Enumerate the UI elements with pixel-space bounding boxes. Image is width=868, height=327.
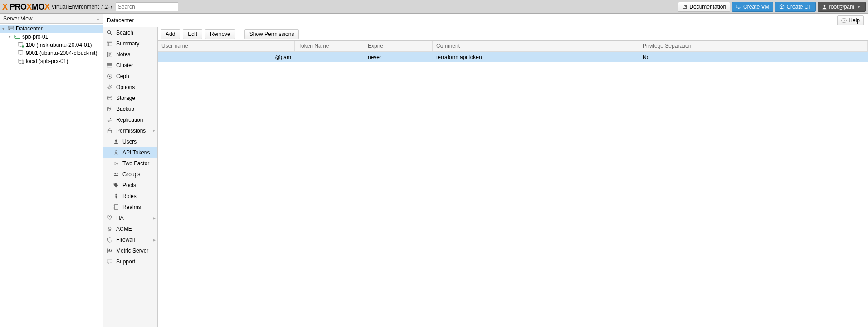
sidebar-item-roles[interactable]: Roles [103,191,157,202]
svg-point-34 [116,194,117,195]
summary-icon [107,41,113,46]
sidebar-item-ha[interactable]: HA▶ [103,213,157,223]
user-menu-button[interactable]: root@pam ▾ [818,2,866,12]
sidebar-item-firewall[interactable]: Firewall▶ [103,234,157,245]
svg-point-31 [114,173,116,174]
tree-item-label: 9001 (ubuntu-2004-cloud-init) [26,50,97,56]
documentation-button[interactable]: Documentation [678,2,730,12]
sidebar-item-summary[interactable]: Summary [103,38,157,49]
sidebar-item-label: Replication [116,117,143,123]
column-header-priv[interactable]: Privilege Separation [639,41,868,51]
sidebar-item-metric-server[interactable]: Metric Server [103,245,157,256]
expander-icon[interactable]: ▾ [2,26,8,31]
content-body: Search Summary Notes Cluster Ceph Option… [103,27,868,327]
tree-item-label: local (spb-prx-01) [26,58,68,64]
sidebar-item-users[interactable]: Users [103,136,157,147]
chevron-down-icon: ▼ [152,129,156,133]
sidebar-item-label: Storage [116,95,135,101]
sidebar-item-support[interactable]: Support [103,256,157,267]
sidebar-item-label: Notes [116,51,130,58]
create-ct-label: Create CT [786,4,811,10]
server-icon [8,25,15,32]
tags-icon [113,183,120,188]
remove-button[interactable]: Remove [205,29,235,39]
svg-point-9 [22,45,24,47]
sidebar-item-pools[interactable]: Pools [103,180,157,191]
show-permissions-button[interactable]: Show Permissions [244,29,299,39]
sidebar-item-label: Two Factor [122,160,149,167]
tree-item-node[interactable]: ▾ spb-prx-01 [0,33,103,41]
svg-point-29 [115,151,117,153]
column-header-user[interactable]: User name [158,41,295,51]
sidebar-item-acme[interactable]: ACME [103,223,157,234]
table-row[interactable]: @pam never terraform api token No [158,52,868,62]
sidebar-item-storage[interactable]: Storage [103,93,157,104]
add-button[interactable]: Add [161,29,180,39]
tree-item-vm-100[interactable]: 100 (msk-ubuntu-20.04-01) [0,41,103,49]
shield-icon [107,237,113,243]
storage-icon [18,58,25,64]
svg-rect-27 [108,130,112,133]
column-header-token[interactable]: Token Name [295,41,364,51]
svg-point-33 [114,183,115,184]
sidebar-item-permissions[interactable]: Permissions▼ [103,125,157,136]
tree-view-selector[interactable]: Server View ⌄ [0,14,103,24]
tree-item-datacenter[interactable]: ▾ Datacenter [0,25,103,33]
sidebar-item-label: Summary [116,40,139,47]
sidebar-item-search[interactable]: Search [103,27,157,38]
sidebar-item-replication[interactable]: Replication [103,114,157,125]
tree-item-vm-9001[interactable]: 9001 (ubuntu-2004-cloud-init) [0,49,103,57]
users-icon [113,172,120,177]
resource-tree-panel: Server View ⌄ ▾ Datacenter ▾ spb-prx-01 [0,14,103,327]
edit-button[interactable]: Edit [183,29,202,39]
heartbeat-icon [107,215,113,221]
sidebar-item-groups[interactable]: Groups [103,169,157,180]
sidebar-item-realms[interactable]: Realms [103,202,157,213]
sidebar-item-backup[interactable]: Backup [103,104,157,114]
sidebar-item-label: API Tokens [122,149,150,156]
cell-expire: never [364,54,433,60]
svg-rect-26 [109,107,111,109]
sidebar-item-notes[interactable]: Notes [103,49,157,60]
tree-item-label: spb-prx-01 [22,34,48,40]
sidebar-item-ceph[interactable]: Ceph [103,71,157,82]
sidebar-item-api-tokens[interactable]: API Tokens [103,147,157,158]
support-icon [107,259,113,264]
top-header: X PROXMOX Virtual Environment 7.2-7 Docu… [0,0,868,14]
chevron-right-icon: ▶ [153,238,156,242]
sidebar-item-options[interactable]: Options [103,82,157,93]
cluster-icon [107,63,113,68]
help-label: Help [848,17,860,24]
create-vm-label: Create VM [743,4,769,10]
gear-icon [107,84,113,90]
create-vm-button[interactable]: Create VM [732,2,773,12]
tree-item-storage-local[interactable]: local (spb-prx-01) [0,57,103,65]
global-search-input[interactable] [116,2,178,11]
create-ct-button[interactable]: Create CT [775,2,815,12]
help-button[interactable]: ? Help [837,15,864,25]
svg-point-21 [109,76,111,77]
svg-rect-12 [22,61,24,63]
column-header-comment[interactable]: Comment [433,41,639,51]
chevron-right-icon: ▶ [153,216,156,220]
chart-icon [107,248,113,253]
vm-icon [18,42,25,48]
config-sidebar: Search Summary Notes Cluster Ceph Option… [103,27,158,327]
sidebar-item-label: Support [116,258,135,265]
sidebar-item-label: Ceph [116,73,129,79]
sidebar-item-label: Search [116,30,133,36]
help-icon: ? [841,18,847,23]
chevron-down-icon: ⌄ [96,15,100,22]
column-header-expire[interactable]: Expire [364,41,433,51]
person-icon [113,193,120,199]
sidebar-item-label: Metric Server [116,248,148,254]
sidebar-item-label: Cluster [116,62,133,69]
sidebar-item-label: Backup [116,106,134,112]
svg-point-15 [108,31,111,34]
sidebar-item-cluster[interactable]: Cluster [103,60,157,71]
svg-rect-3 [8,29,14,30]
sidebar-item-two-factor[interactable]: Two Factor [103,158,157,169]
user-icon [113,139,120,144]
content-title-bar: Datacenter ? Help [103,14,868,27]
expander-icon[interactable]: ▾ [9,35,14,39]
